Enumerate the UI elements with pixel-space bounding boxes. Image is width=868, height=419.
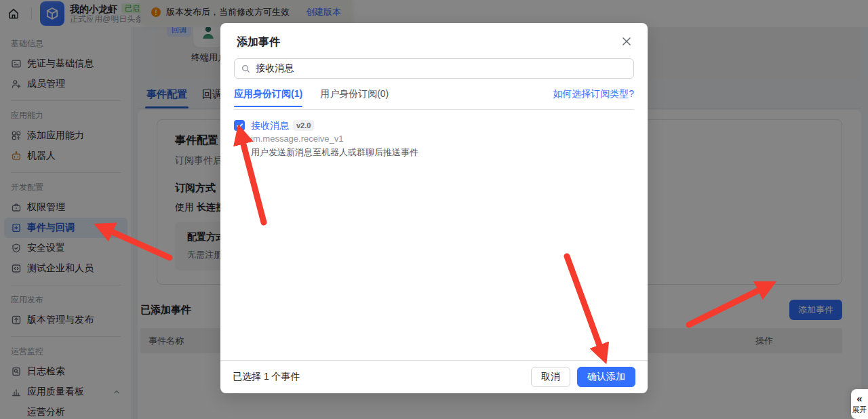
modal-footer: 已选择 1 个事件 取消 确认添加: [220, 360, 648, 393]
event-search-input[interactable]: [256, 63, 627, 74]
expand-label: 展开: [852, 405, 867, 415]
double-chevron-left-icon: «: [856, 393, 862, 403]
tab-app-subscription[interactable]: 应用身份订阅(1): [234, 88, 302, 107]
event-search-box: [234, 58, 634, 79]
expand-panel-button[interactable]: « 展开: [851, 389, 868, 419]
modal-tabs: 应用身份订阅(1) 用户身份订阅(0) 如何选择订阅类型?: [234, 88, 634, 110]
close-icon: [620, 35, 633, 47]
tab-user-subscription[interactable]: 用户身份订阅(0): [320, 88, 389, 107]
event-description: 用户发送新消息至机器人或群聊后推送事件: [251, 147, 418, 159]
event-list-item[interactable]: 接收消息 v2.0 im.message.receive_v1 用户发送新消息至…: [234, 119, 634, 159]
event-list: 接收消息 v2.0 im.message.receive_v1 用户发送新消息至…: [234, 119, 634, 360]
event-name: 接收消息: [251, 119, 289, 132]
subscription-type-help-link[interactable]: 如何选择订阅类型?: [553, 88, 634, 100]
add-event-modal: 添加事件 应用身份订阅(1) 用户身份订阅(0) 如何选择订阅类型? 接收消息 …: [220, 23, 648, 393]
event-code: im.message.receive_v1: [251, 134, 418, 145]
event-checkbox[interactable]: [234, 120, 245, 131]
cancel-button[interactable]: 取消: [531, 367, 570, 387]
app-window: 我的小龙虾 已启用 正式应用@明日头条 ! 版本发布后，当前修改方可生效 创建版…: [0, 0, 868, 419]
modal-title: 添加事件: [237, 35, 280, 49]
check-icon: [236, 122, 243, 129]
close-button[interactable]: [620, 35, 633, 47]
event-version-badge: v2.0: [293, 120, 314, 131]
search-icon: [241, 64, 251, 74]
selected-count-text: 已选择 1 个事件: [233, 371, 300, 383]
confirm-add-button[interactable]: 确认添加: [577, 367, 635, 387]
